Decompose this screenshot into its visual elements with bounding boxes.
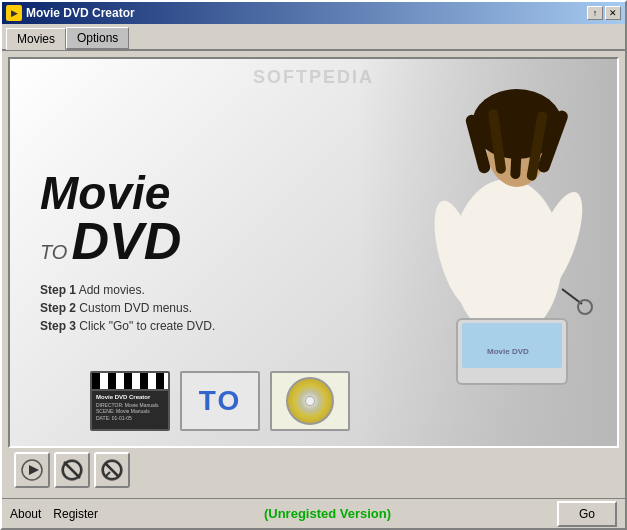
clapboard-text: Movie DVD Creator DIRECTOR: Movie Manual…: [92, 391, 168, 424]
tab-options[interactable]: Options: [66, 27, 129, 49]
title-to: TO: [40, 241, 67, 263]
person-svg: Movie DVD: [357, 59, 617, 399]
title-bar-buttons: ↑ ✕: [587, 6, 621, 20]
dvd-disc-icon: [270, 371, 350, 431]
watermark: SOFTPEDIA: [253, 67, 374, 88]
settings-icon: [100, 458, 124, 482]
to-arrow-icon: TO: [180, 371, 260, 431]
svg-point-11: [578, 300, 592, 314]
disc-shape: [286, 377, 334, 425]
title-dvd: DVD: [71, 215, 181, 267]
title-movie: Movie: [40, 172, 215, 216]
minimize-button[interactable]: ↑: [587, 6, 603, 20]
movie-dvd-title: Movie TO DVD: [40, 172, 215, 268]
toolbar-area: [8, 448, 619, 492]
step2-text: Step 2 Custom DVD menus.: [40, 301, 215, 315]
disc-hole: [305, 396, 315, 406]
close-button[interactable]: ✕: [605, 6, 621, 20]
clapboard-stripes: [92, 373, 168, 391]
remove-icon: [60, 458, 84, 482]
window-title: Movie DVD Creator: [26, 6, 135, 20]
remove-button[interactable]: [54, 452, 90, 488]
icons-row: Movie DVD Creator DIRECTOR: Movie Manual…: [90, 371, 350, 431]
app-icon: ▶: [6, 5, 22, 21]
version-badge: (Unregisted Version): [264, 506, 391, 521]
tab-movies[interactable]: Movies: [6, 28, 66, 50]
add-movie-button[interactable]: [14, 452, 50, 488]
step3-text: Step 3 Click "Go" to create DVD.: [40, 319, 215, 333]
status-bar: About Register (Unregisted Version) Go: [2, 498, 625, 528]
settings-button[interactable]: [94, 452, 130, 488]
status-left: About Register: [10, 507, 98, 521]
title-bar-left: ▶ Movie DVD Creator: [6, 5, 135, 21]
banner-background: SOFTPEDIA Movie TO DVD Step 1 Add movies…: [10, 59, 617, 446]
title-bar: ▶ Movie DVD Creator ↑ ✕: [2, 2, 625, 24]
menu-bar: Movies Options: [2, 24, 625, 49]
banner-frame: SOFTPEDIA Movie TO DVD Step 1 Add movies…: [8, 57, 619, 448]
step1-text: Step 1 Add movies.: [40, 283, 215, 297]
svg-text:Movie DVD: Movie DVD: [487, 347, 529, 356]
person-figure: Movie DVD: [357, 59, 617, 446]
about-link[interactable]: About: [10, 507, 41, 521]
clapboard-icon: Movie DVD Creator DIRECTOR: Movie Manual…: [90, 371, 170, 431]
go-button[interactable]: Go: [557, 501, 617, 527]
banner-left: Movie TO DVD Step 1 Add movies. Step 2 C…: [40, 172, 215, 334]
register-link[interactable]: Register: [53, 507, 98, 521]
steps-list: Step 1 Add movies. Step 2 Custom DVD men…: [40, 283, 215, 333]
main-window: ▶ Movie DVD Creator ↑ ✕ Movies Options S…: [0, 0, 627, 530]
svg-rect-13: [462, 323, 562, 368]
add-icon: [20, 458, 44, 482]
content-area: SOFTPEDIA Movie TO DVD Step 1 Add movies…: [2, 49, 625, 498]
